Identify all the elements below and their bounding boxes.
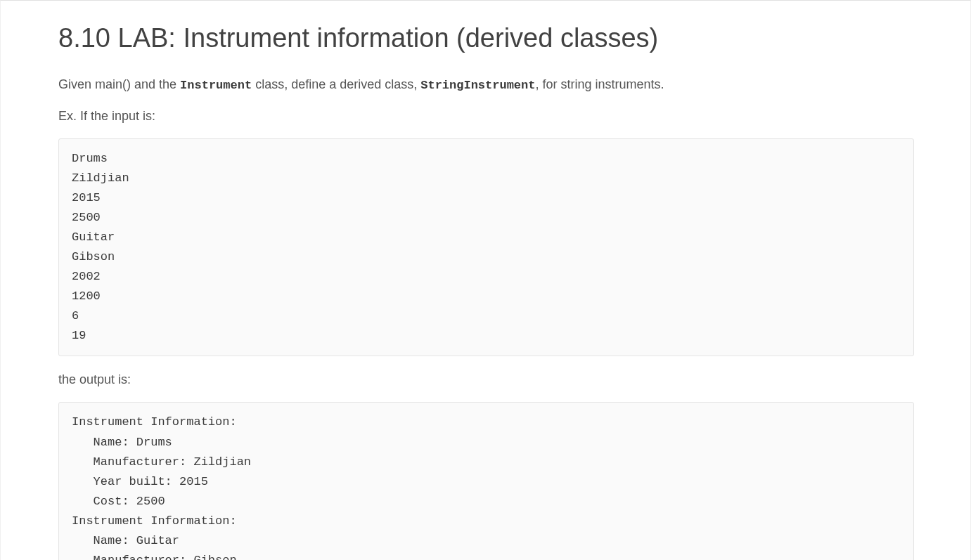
intro-text-pre: Given main() and the bbox=[58, 77, 180, 91]
code-stringinstrument: StringInstrument bbox=[420, 79, 535, 92]
output-code-block: Instrument Information: Name: Drums Manu… bbox=[58, 402, 914, 560]
code-instrument: Instrument bbox=[180, 79, 252, 92]
intro-paragraph: Given main() and the Instrument class, d… bbox=[58, 75, 914, 95]
example-input-label: Ex. If the input is: bbox=[58, 107, 914, 126]
input-code-block: Drums Zildjian 2015 2500 Guitar Gibson 2… bbox=[58, 138, 914, 356]
intro-text-mid: class, define a derived class, bbox=[252, 77, 420, 91]
example-output-label: the output is: bbox=[58, 370, 914, 389]
page-title: 8.10 LAB: Instrument information (derive… bbox=[58, 22, 914, 56]
lab-page: 8.10 LAB: Instrument information (derive… bbox=[0, 0, 971, 560]
intro-text-post: , for string instruments. bbox=[535, 77, 664, 91]
